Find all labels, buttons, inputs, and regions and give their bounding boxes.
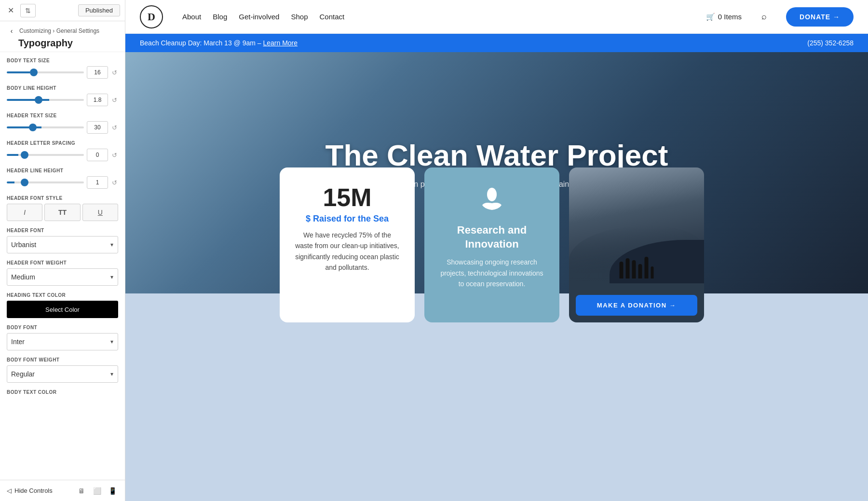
svg-point-0	[487, 188, 497, 201]
body-text-size-group: BODY TEXT SIZE ↺	[7, 58, 118, 79]
header-font-label: HEADER FONT	[7, 228, 118, 233]
sidebar: ✕ ⇅ Published ‹ Customizing › General Se…	[0, 0, 125, 501]
heading-text-color-group: HEADING TEXT COLOR Select Color	[7, 292, 118, 318]
body-line-height-label: BODY LINE HEIGHT	[7, 85, 118, 91]
sidebar-footer: ◁ Hide Controls 🖥 ⬜ 📱	[0, 480, 125, 501]
nav-cart[interactable]: 🛒 0 Items	[706, 13, 742, 21]
italic-button[interactable]: I	[7, 204, 42, 221]
nav-link-contact[interactable]: Contact	[320, 13, 345, 21]
breadcrumb: ‹ Customizing › General Settings	[7, 26, 118, 36]
header-line-height-slider[interactable]	[7, 181, 84, 183]
nav-link-about[interactable]: About	[182, 13, 201, 21]
body-font-weight-select[interactable]: Thin Light Regular Medium Bold	[7, 365, 118, 383]
underline-button[interactable]: U	[82, 204, 118, 221]
mobile-icon[interactable]: 📱	[107, 485, 118, 497]
announcement-bar: Beach Cleanup Day: March 13 @ 9am – Lear…	[125, 34, 868, 52]
body-text-size-slider[interactable]	[7, 71, 84, 73]
body-line-height-input[interactable]	[87, 94, 108, 106]
header-text-size-input[interactable]	[87, 121, 108, 134]
body-line-height-reset[interactable]: ↺	[111, 96, 118, 105]
body-text-color-label: BODY TEXT COLOR	[7, 390, 118, 395]
header-text-size-control: ↺	[7, 121, 118, 134]
nav-bar: D About Blog Get-involved Shop Contact 🛒…	[125, 0, 868, 34]
header-text-size-label: HEADER TEXT SIZE	[7, 113, 118, 118]
body-line-height-group: BODY LINE HEIGHT ↺	[7, 85, 118, 106]
heading-text-color-button[interactable]: Select Color	[7, 301, 118, 318]
header-line-height-label: HEADER LINE HEIGHT	[7, 168, 118, 173]
header-line-height-reset[interactable]: ↺	[111, 178, 118, 187]
hide-controls-icon: ◁	[7, 487, 12, 494]
header-letter-spacing-input[interactable]	[87, 149, 108, 161]
hide-controls-label: Hide Controls	[14, 487, 53, 494]
nav-link-shop[interactable]: Shop	[291, 13, 308, 21]
header-letter-spacing-slider[interactable]	[7, 154, 84, 156]
header-letter-spacing-control: ↺	[7, 149, 118, 161]
header-font-weight-select[interactable]: Thin Light Regular Medium Bold Black	[7, 268, 118, 286]
device-icons: 🖥 ⬜ 📱	[76, 485, 118, 497]
body-font-select-wrapper: Inter Roboto Lato Open Sans Urbanist	[7, 333, 118, 350]
body-font-weight-group: BODY FONT WEIGHT Thin Light Regular Medi…	[7, 357, 118, 383]
nav-logo: D	[140, 5, 163, 28]
hero-title: The Clean Water Project	[326, 138, 668, 172]
hide-controls-button[interactable]: ◁ Hide Controls	[7, 487, 53, 494]
header-line-height-control: ↺	[7, 176, 118, 189]
header-font-weight-group: HEADER FONT WEIGHT Thin Light Regular Me…	[7, 260, 118, 286]
body-text-size-control: ↺	[7, 66, 118, 79]
header-letter-spacing-group: HEADER LETTER SPACING ↺	[7, 140, 118, 161]
preview-area: D About Blog Get-involved Shop Contact 🛒…	[125, 0, 868, 501]
header-letter-spacing-reset[interactable]: ↺	[111, 151, 118, 160]
announcement-text: Beach Cleanup Day: March 13 @ 9am –	[140, 39, 261, 47]
header-font-weight-label: HEADER FONT WEIGHT	[7, 260, 118, 265]
body-text-size-input[interactable]	[87, 66, 108, 79]
header-line-height-group: HEADER LINE HEIGHT ↺	[7, 168, 118, 189]
page-title: Typography	[18, 38, 118, 49]
card-research: Research and Innovation Showcasing ongoi…	[424, 167, 559, 322]
body-font-weight-select-wrapper: Thin Light Regular Medium Bold	[7, 365, 118, 383]
undo-redo-button[interactable]: ⇅	[20, 4, 36, 17]
body-font-weight-label: BODY FONT WEIGHT	[7, 357, 118, 362]
body-line-height-control: ↺	[7, 94, 118, 106]
published-button[interactable]: Published	[78, 4, 120, 16]
cart-items-label: 0 Items	[718, 13, 742, 21]
header-text-size-slider[interactable]	[7, 126, 84, 128]
card-text: We have recycled 75% of the waste from o…	[295, 230, 399, 273]
breadcrumb-back-button[interactable]: ‹	[7, 26, 16, 36]
header-text-size-group: HEADER TEXT SIZE ↺	[7, 113, 118, 134]
card-heading: $ Raised for the Sea	[295, 214, 399, 224]
make-donation-button[interactable]: MAKE A DONATION →	[576, 295, 697, 316]
desktop-icon[interactable]: 🖥	[76, 485, 87, 497]
header-line-height-input[interactable]	[87, 176, 108, 189]
sidebar-controls: BODY TEXT SIZE ↺ BODY LINE HEIGHT ↺ HEAD…	[0, 52, 125, 480]
nav-link-blog[interactable]: Blog	[213, 13, 227, 21]
card-number: 15M	[295, 185, 399, 210]
donate-button[interactable]: DONATE →	[786, 7, 854, 27]
sidebar-top-bar: ✕ ⇅ Published	[0, 0, 125, 21]
card-raised-sea: 15M $ Raised for the Sea We have recycle…	[280, 167, 415, 322]
header-font-weight-select-wrapper: Thin Light Regular Medium Bold Black	[7, 268, 118, 286]
header-font-style-row: I TT U	[7, 204, 118, 221]
bold-button[interactable]: TT	[44, 204, 80, 221]
header-font-select-wrapper: Urbanist Inter Roboto Lato Open Sans	[7, 236, 118, 253]
cart-icon: 🛒	[706, 13, 715, 21]
header-font-group: HEADER FONT Urbanist Inter Roboto Lato O…	[7, 228, 118, 253]
body-font-label: BODY FONT	[7, 325, 118, 330]
close-button[interactable]: ✕	[5, 5, 16, 16]
announcement-left: Beach Cleanup Day: March 13 @ 9am – Lear…	[140, 39, 298, 47]
body-font-select[interactable]: Inter Roboto Lato Open Sans Urbanist	[7, 333, 118, 350]
heading-text-color-label: HEADING TEXT COLOR	[7, 292, 118, 298]
body-font-group: BODY FONT Inter Roboto Lato Open Sans Ur…	[7, 325, 118, 350]
body-text-size-label: BODY TEXT SIZE	[7, 58, 118, 63]
announcement-link[interactable]: Learn More	[263, 39, 298, 47]
body-line-height-slider[interactable]	[7, 99, 84, 101]
search-icon[interactable]: ⌕	[756, 9, 772, 25]
body-text-color-group: BODY TEXT COLOR	[7, 390, 118, 395]
nav-link-get-involved[interactable]: Get-involved	[239, 13, 279, 21]
hero-section: The Clean Water Project Join us in prese…	[125, 52, 868, 293]
header-font-style-group: HEADER FONT STYLE I TT U	[7, 195, 118, 221]
body-text-size-reset[interactable]: ↺	[111, 68, 118, 77]
card-image: MAKE A DONATION →	[569, 167, 704, 322]
card-research-title: Research and Innovation	[440, 223, 544, 251]
tablet-icon[interactable]: ⬜	[91, 485, 103, 497]
header-font-select[interactable]: Urbanist Inter Roboto Lato Open Sans	[7, 236, 118, 253]
header-text-size-reset[interactable]: ↺	[111, 123, 118, 132]
